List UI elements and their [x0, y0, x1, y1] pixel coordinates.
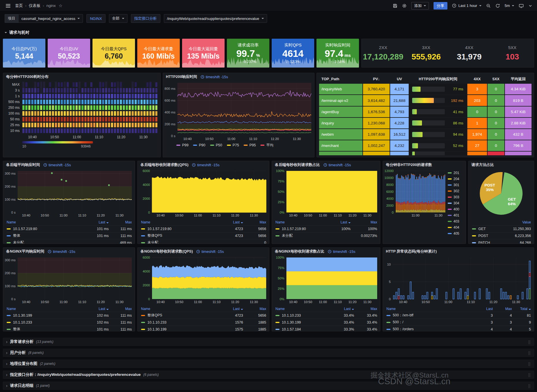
legend-row[interactable]: 500：/339	[386, 319, 531, 326]
legend-item[interactable]: P75	[227, 143, 239, 147]
legend-row[interactable]: 10.1.30.199102 ms111 ms	[7, 312, 132, 319]
drag-handle-icon[interactable]: ⣿	[528, 384, 531, 388]
legend-header-cell[interactable]: Max	[354, 307, 377, 311]
collapsed-row-2[interactable]: ›用户分析(8 panels)⣿	[3, 349, 534, 357]
table-row[interactable]: /webim1,097,63816,51294 ms1,9740432 B	[319, 129, 532, 140]
legend-row[interactable]: PATCH64,268	[472, 239, 531, 244]
drag-handle-icon[interactable]: ⣿	[528, 351, 531, 355]
legend-item[interactable]: P95	[244, 143, 256, 147]
legend-item[interactable]: 401	[448, 213, 464, 217]
legend-row[interactable]: 整体101 ms111 ms	[7, 326, 132, 331]
refresh-icon[interactable]	[495, 3, 500, 8]
legend-header-cell[interactable]: Last	[86, 220, 109, 224]
add-button[interactable]: 添加	[411, 2, 429, 10]
timeshift-link[interactable]: timeshift -15s	[196, 249, 224, 254]
panel-title[interactable]: 各NGINX每秒收到请求数(QPS)	[140, 249, 193, 254]
zoom-out-icon[interactable]	[486, 3, 491, 8]
legend-row[interactable]: 整体QPS47235656	[141, 312, 266, 319]
drag-handle-icon[interactable]: ⣿	[528, 362, 531, 366]
timeshift-link[interactable]: timeshift -15s	[192, 163, 219, 167]
legend-row[interactable]: GET11,250,393	[472, 225, 531, 232]
legend-row[interactable]: 10.1.57.219:8047235656	[141, 225, 266, 232]
table-row[interactable]: /inquiryWeb3,760,4204,17177 ms304.34 KiB	[319, 84, 532, 94]
table-column-header[interactable]: 4XX	[467, 75, 487, 83]
panel-title[interactable]: 各NGINX平均响应时间	[6, 249, 44, 254]
collapse-nav-icon[interactable]	[528, 4, 532, 8]
legend-row[interactable]: 整体101 ms111 ms	[7, 232, 132, 239]
legend-header-cell[interactable]: Last	[220, 307, 243, 311]
legend-item[interactable]: 301	[448, 183, 464, 187]
legend-row[interactable]: 500：/orders445	[386, 326, 531, 331]
legend-header-cell[interactable]: Max	[351, 220, 377, 224]
legend-header-cell[interactable]: Max	[109, 220, 132, 224]
legend-row[interactable]: 10.1.10.23333.4%33.4%	[275, 312, 377, 319]
tv-mode-icon[interactable]	[519, 3, 524, 8]
panel-title[interactable]: 每分钟非HTTP200的请求数	[386, 162, 432, 167]
legend-row[interactable]: 10.1.57.18433.3%33.4%	[275, 326, 377, 331]
legend-row[interactable]: 500：/xm-bff3481	[386, 312, 531, 319]
panel-title[interactable]: 请求方法占比	[471, 162, 494, 167]
timeshift-link[interactable]: timeshift -15s	[328, 249, 355, 254]
panel-title[interactable]: 每分钟HTTP200耗时分布	[6, 74, 49, 79]
legend-header-cell[interactable]: Max	[493, 307, 512, 311]
legend-row[interactable]: 整体QPS47235656	[141, 232, 266, 239]
legend-header-cell[interactable]: Last	[86, 307, 109, 311]
legend-item[interactable]: 405	[448, 232, 464, 236]
legend-item[interactable]: 302	[448, 189, 464, 193]
drag-handle-icon[interactable]: ⣿	[528, 373, 531, 377]
timeshift-link[interactable]: timeshift -15s	[323, 163, 351, 167]
panel-title[interactable]: 各NGINX每秒收到请求数占比	[275, 249, 324, 254]
legend-header-cell[interactable]: Name	[141, 307, 220, 311]
legend-row[interactable]: 10.1.57.219:80100%100%	[275, 225, 377, 232]
gear-icon[interactable]	[402, 3, 407, 8]
timeshift-link[interactable]: timeshift -15s	[43, 163, 71, 167]
legend-item[interactable]: P50	[210, 143, 222, 147]
legend-item[interactable]: 平均	[260, 143, 273, 148]
legend-row[interactable]: POST6,223,356	[472, 232, 531, 239]
breadcrumb-dashboards[interactable]: 仪表板	[29, 3, 41, 8]
table-row[interactable]: /terminal-api-v23,614,48221,688192 ms203…	[319, 95, 532, 106]
table-row[interactable]	[319, 152, 532, 155]
legend-header-cell[interactable]: Name	[7, 220, 86, 224]
collapsed-row-5[interactable]: ›请求日志明细(1 panel)⣿	[3, 382, 534, 390]
legend-header-cell[interactable]: Last	[324, 220, 351, 224]
legend-row[interactable]: 未分配469 ms	[7, 239, 132, 244]
legend-row[interactable]: 10.1.30.19915751885	[141, 326, 266, 331]
table-row[interactable]: /merchant1,002,2474,23252 ms270796 B	[319, 140, 532, 151]
menu-icon[interactable]	[5, 3, 12, 9]
legend-item[interactable]: 303	[448, 195, 464, 199]
legend-header-cell[interactable]: Name	[7, 307, 86, 311]
legend-header-cell[interactable]: Name	[141, 220, 220, 224]
legend-header-cell[interactable]: Value	[499, 220, 531, 224]
refresh-interval-picker[interactable]: 5m	[505, 3, 514, 8]
star-icon[interactable]: ☆	[59, 3, 62, 8]
timeshift-link[interactable]: timeshift -15s	[48, 249, 75, 254]
legend-item[interactable]: 304	[448, 201, 464, 205]
table-column-header[interactable]: 平均返回	[505, 75, 532, 83]
collapsed-row-3[interactable]: ›地理位置分布图(2 panels)⣿	[3, 360, 534, 368]
legend-header-cell[interactable]: Total	[512, 307, 531, 311]
legend-item[interactable]: 201	[448, 171, 464, 175]
legend-item[interactable]: 204	[448, 177, 464, 181]
collapsed-row-4[interactable]: ›指定接口分析：/inquiryWeb/quote/read/supplierq…	[3, 371, 534, 379]
legend-header-cell[interactable]: Last	[331, 307, 354, 311]
legend-header-cell[interactable]: Max	[243, 307, 266, 311]
time-range-picker[interactable]: Last 1 hour	[452, 3, 482, 8]
table-column-header[interactable]: PV ↓	[363, 75, 390, 83]
legend-header-cell[interactable]: Name	[275, 220, 324, 224]
legend-item[interactable]: P90	[193, 143, 205, 147]
legend-header-cell[interactable]: Name	[275, 307, 331, 311]
api-path-select[interactable]: /inquiryWeb/quote/read/supplierquotes/pr…	[164, 14, 267, 23]
table-row[interactable]: /agentBuy1,676,5364,79341 ms005.47 KiB	[319, 107, 532, 117]
panel-title[interactable]: HTTP200响应时间	[166, 74, 197, 79]
legend-header-cell[interactable]: Max	[243, 220, 266, 224]
panel-title[interactable]: 各后端平均响应时间	[6, 162, 40, 167]
timeshift-link[interactable]: timeshift -15s	[201, 75, 228, 79]
legend-header-cell[interactable]: Last	[474, 307, 493, 311]
legend-header-cell[interactable]: Max	[109, 307, 132, 311]
scope-select[interactable]: 全部	[109, 14, 127, 23]
api-analysis-button[interactable]: 指定接口分析	[131, 14, 160, 23]
save-icon[interactable]	[393, 3, 397, 8]
legend-row[interactable]: 未分配0	[141, 239, 266, 244]
panel-title[interactable]: 各后端每秒收到请求数占比	[275, 162, 320, 167]
